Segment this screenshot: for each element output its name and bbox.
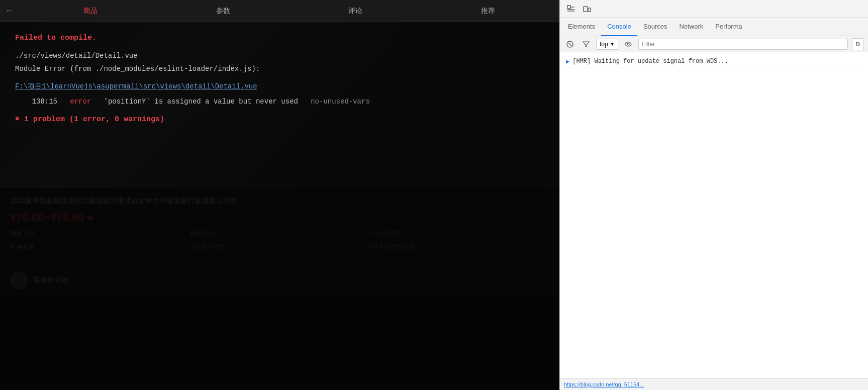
error-line-num: 138:15 [32, 98, 57, 106]
filter-icon-button[interactable] [580, 38, 592, 50]
tab-console[interactable]: Console [601, 18, 637, 36]
tab-performance[interactable]: Performa [709, 18, 748, 36]
filter-input[interactable] [638, 39, 848, 50]
clear-console-button[interactable] [564, 38, 576, 50]
status-bar[interactable]: https://blog.csdn.net/qq_51154... [560, 378, 868, 390]
tab-goods[interactable]: 商品 [24, 7, 157, 16]
error-link[interactable]: F:\项目1\learnVuejs\asupermall\src\views\d… [15, 82, 257, 90]
svg-rect-4 [584, 7, 588, 12]
devtools-panel: Elements Console Sources Network Perform… [559, 0, 868, 390]
context-dropdown-icon: ▼ [610, 42, 615, 47]
error-keyword: error [70, 98, 91, 106]
error-overlay: Failed to compile. ./src/views/detail/De… [0, 22, 559, 390]
devtools-tabs: Elements Console Sources Network Perform… [560, 18, 868, 36]
device-toggle-button[interactable] [580, 2, 594, 16]
tab-recommend[interactable]: 推荐 [422, 7, 554, 16]
back-button[interactable]: ← [5, 6, 14, 16]
console-content: ▶ [HMR] Waiting for update signal from W… [560, 52, 868, 378]
error-rule: no-unused-vars [311, 98, 370, 106]
svg-point-9 [625, 42, 631, 46]
tab-reviews[interactable]: 评论 [290, 7, 422, 16]
tab-elements[interactable]: Elements [562, 18, 601, 36]
console-arrow[interactable]: ▶ [566, 58, 569, 65]
browser-page: ← 商品 参数 评论 推荐 2018夏季新款韩版宽松无袖短款吊带背心女学生外穿清… [0, 0, 559, 390]
error-title: Failed to compile. [15, 32, 544, 44]
status-url: https://blog.csdn.net/qq_51154... [564, 381, 644, 387]
svg-point-10 [627, 43, 629, 45]
error-line: 138:15 error 'positionY' is assigned a v… [15, 96, 544, 107]
tab-params[interactable]: 参数 [157, 7, 290, 16]
tab-sources[interactable]: Sources [637, 18, 673, 36]
error-summary: ✖ 1 problem (1 error, 0 warnings) [15, 114, 544, 126]
console-message: ▶ [HMR] Waiting for update signal from W… [566, 56, 862, 67]
svg-rect-0 [567, 6, 570, 9]
svg-rect-5 [588, 8, 591, 12]
svg-marker-8 [583, 42, 589, 47]
devtools-toolbar [560, 0, 868, 18]
error-module: Module Error (from ./node_modules/eslint… [15, 63, 544, 74]
context-value: top [600, 41, 608, 48]
tab-network[interactable]: Network [673, 18, 710, 36]
svg-line-7 [568, 43, 571, 46]
nav-tabs: ← 商品 参数 评论 推荐 [0, 0, 559, 22]
d-button[interactable]: D [852, 38, 864, 50]
context-select[interactable]: top ▼ [596, 39, 618, 50]
error-message-text: 'positionY' is assigned a value but neve… [104, 98, 298, 106]
inspect-element-button[interactable] [564, 2, 578, 16]
console-message-text: [HMR] Waiting for update signal from WDS… [572, 58, 728, 65]
eye-button[interactable] [622, 38, 634, 50]
console-toolbar: top ▼ D [560, 36, 868, 52]
error-file: ./src/views/detail/Detail.vue [15, 50, 544, 61]
